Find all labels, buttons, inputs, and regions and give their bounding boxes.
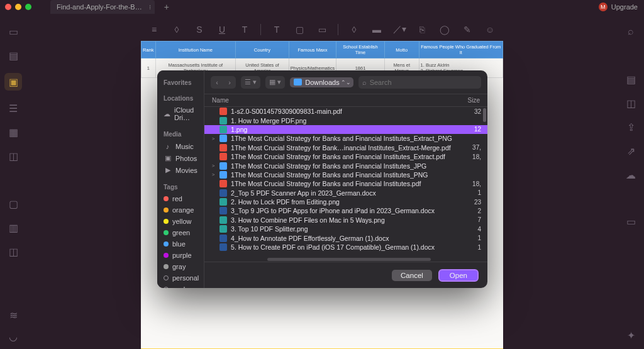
pdf-icon: [219, 108, 227, 115]
file-row[interactable]: 1. How to Merge PDF.png: [204, 116, 487, 125]
folder-icon: [294, 79, 302, 86]
docx-icon: [219, 235, 227, 242]
tag-dot-icon: [164, 253, 169, 258]
file-name: 1.png: [231, 126, 452, 133]
file-row[interactable]: 4_How to Annotate PDF Effortlessly_Germa…: [204, 233, 487, 242]
favorites-header: Favorites: [164, 77, 204, 89]
tags-header: Tags: [164, 181, 204, 193]
view-list-segment[interactable]: ☰ ▾: [241, 76, 260, 89]
tag-label: purple: [172, 252, 192, 259]
img-icon: [219, 126, 227, 133]
file-name: 1The Most Crucial Strategy for Bank…inan…: [231, 144, 452, 152]
img-icon: [219, 216, 227, 224]
img-icon: [219, 117, 227, 125]
file-list[interactable]: 1-s2.0-S0014579309009831-main.pdf321. Ho…: [204, 107, 487, 262]
search-input[interactable]: [370, 79, 477, 86]
search-field[interactable]: ⌕: [358, 76, 481, 89]
file-name: 1The Most Crucial Strategy for Banks and…: [231, 153, 452, 160]
img-icon: [219, 198, 227, 206]
open-button[interactable]: Open: [438, 269, 479, 282]
pdf-icon: [219, 180, 227, 187]
file-row[interactable]: 1The Most Crucial Strategy for Banks and…: [204, 179, 487, 188]
search-icon: ⌕: [362, 79, 367, 86]
tag-label: personal: [172, 274, 199, 282]
file-name: 2_Top 5 PDF Scanner App in 2023_German.d…: [231, 189, 452, 197]
vertical-scrollbar[interactable]: [483, 108, 486, 122]
dialog-sidebar: Favorites Locations ☁ iCloud Dri… Media …: [157, 70, 204, 288]
file-row[interactable]: 1.png12: [204, 125, 487, 134]
tag-label: red: [172, 195, 182, 202]
sidebar-tag-personal[interactable]: personal: [164, 272, 204, 284]
col-size[interactable]: Size: [451, 97, 480, 104]
file-size: 1: [456, 235, 481, 241]
horizontal-scrollbar[interactable]: [267, 258, 431, 261]
disclosure-icon[interactable]: >: [211, 136, 216, 141]
img-icon: [219, 225, 227, 233]
tag-dot-icon: [164, 275, 169, 280]
col-name[interactable]: Name: [212, 97, 451, 104]
file-name: 3. How to Combine PDF Files on Mac in 5 …: [231, 216, 452, 224]
file-size: 12: [456, 126, 481, 133]
sidebar-tag-purple[interactable]: purple: [164, 250, 204, 261]
tag-dot-icon: [164, 230, 169, 235]
disclosure-icon[interactable]: >: [211, 163, 216, 169]
sidebar-tag-work[interactable]: work: [164, 284, 204, 288]
file-row[interactable]: 3. How to Combine PDF Files on Mac in 5 …: [204, 216, 487, 224]
cancel-button[interactable]: Cancel: [392, 270, 432, 281]
movies-icon: ▶: [164, 166, 172, 174]
file-row[interactable]: 2. How to Lock PDF from Editing.png23: [204, 197, 487, 206]
tag-label: work: [172, 285, 187, 288]
sidebar-item-music[interactable]: ♪Music: [164, 140, 204, 152]
location-dropdown[interactable]: Downloads ⌃⌄: [290, 77, 353, 87]
sidebar-tag-red[interactable]: red: [164, 193, 204, 204]
file-row[interactable]: 3_Top 9 JPG to PDF Apps for iPhone and i…: [204, 206, 487, 215]
dialog-backdrop: Favorites Locations ☁ iCloud Dri… Media …: [0, 0, 644, 349]
file-row[interactable]: 1The Most Crucial Strategy for Banks and…: [204, 152, 487, 161]
file-row[interactable]: >1The Most Crucial Strategy for Banks an…: [204, 170, 487, 179]
sidebar-item-photos[interactable]: ▣Photos: [164, 152, 204, 164]
sidebar-item-icloud[interactable]: ☁ iCloud Dri…: [164, 104, 204, 123]
pdf-icon: [219, 144, 227, 152]
file-row[interactable]: 5. How to Create PDF on iPad (iOS 17 Com…: [204, 243, 487, 252]
sidebar-tag-green[interactable]: green: [164, 227, 204, 238]
file-name: 1The Most Crucial Strategy for Banks and…: [231, 171, 452, 179]
tag-dot-icon: [164, 264, 169, 269]
file-row[interactable]: >1The Most Crucial Strategy for Banks an…: [204, 134, 487, 143]
file-name: 1The Most Crucial Strategy for Banks and…: [231, 162, 452, 170]
sidebar-tag-orange[interactable]: orange: [164, 204, 204, 216]
file-row[interactable]: >1The Most Crucial Strategy for Banks an…: [204, 161, 487, 170]
tag-dot-icon: [164, 219, 169, 224]
file-name: 1The Most Crucial Strategy for Banks and…: [231, 180, 452, 187]
file-row[interactable]: 1-s2.0-S0014579309009831-main.pdf32: [204, 107, 487, 116]
tag-dot-icon: [164, 287, 169, 288]
disclosure-icon[interactable]: >: [211, 172, 216, 177]
view-grid-segment[interactable]: ▦ ▾: [265, 76, 285, 89]
file-name: 2. How to Lock PDF from Editing.png: [231, 198, 452, 206]
file-size: 2: [456, 208, 481, 214]
nav-segment: ‹ ›: [211, 76, 236, 89]
forward-button[interactable]: ›: [223, 76, 236, 89]
file-list-header: Name Size: [204, 94, 487, 107]
file-row[interactable]: 2_Top 5 PDF Scanner App in 2023_German.d…: [204, 189, 487, 197]
folder-icon: [219, 135, 227, 142]
file-size: 1: [456, 244, 481, 251]
sidebar-tag-blue[interactable]: blue: [164, 238, 204, 250]
file-name: 1The Most Crucial Strategy for Banks and…: [231, 135, 452, 142]
file-name: 1. How to Merge PDF.png: [231, 117, 452, 125]
docx-icon: [219, 207, 227, 214]
file-open-dialog: Favorites Locations ☁ iCloud Dri… Media …: [157, 70, 487, 288]
file-size: 4: [456, 226, 481, 233]
file-size: 32: [456, 108, 481, 115]
file-name: 3. Top 10 PDF Splitter.png: [231, 225, 452, 233]
tag-label: green: [172, 229, 190, 236]
sidebar-tag-yellow[interactable]: yellow: [164, 216, 204, 227]
tag-label: gray: [172, 263, 186, 270]
location-label: Downloads: [305, 79, 339, 86]
back-button[interactable]: ‹: [211, 76, 223, 89]
file-row[interactable]: 1The Most Crucial Strategy for Bank…inan…: [204, 143, 487, 152]
sidebar-item-movies[interactable]: ▶Movies: [164, 164, 204, 176]
file-row[interactable]: 3. Top 10 PDF Splitter.png4: [204, 224, 487, 233]
sidebar-tag-gray[interactable]: gray: [164, 261, 204, 272]
file-size: 18,: [456, 180, 481, 187]
pdf-icon: [219, 153, 227, 160]
